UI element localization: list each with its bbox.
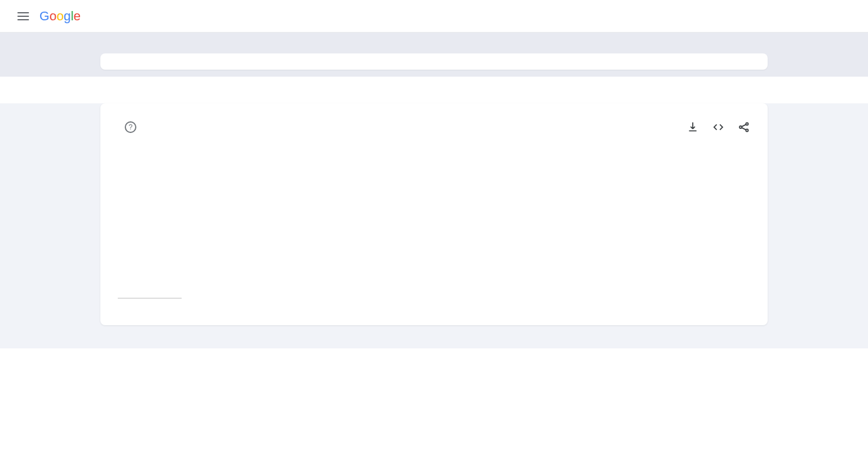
download-icon[interactable] [686, 121, 699, 134]
average-bar-wrap [118, 182, 182, 298]
svg-point-0 [739, 126, 742, 128]
menu-icon [16, 9, 30, 23]
help-icon[interactable]: ? [125, 121, 136, 133]
results-area: ? [0, 103, 868, 348]
embed-icon[interactable] [712, 121, 725, 134]
share-icon[interactable] [737, 121, 750, 134]
app-header: Google [0, 0, 868, 33]
google-trends-logo[interactable]: Google [39, 9, 82, 24]
chart-header: ? [118, 121, 750, 134]
svg-point-2 [746, 129, 748, 131]
interest-over-time-card: ? [100, 103, 768, 325]
chart-actions [686, 121, 750, 134]
filters-bar [100, 53, 768, 70]
line-chart[interactable] [193, 168, 750, 302]
google-wordmark: Google [39, 9, 81, 24]
query-area [0, 33, 868, 77]
plot-column [193, 168, 750, 302]
svg-point-1 [746, 123, 748, 125]
average-column [118, 182, 182, 302]
hamburger-menu-button[interactable] [9, 2, 37, 30]
chart-body [118, 168, 750, 302]
